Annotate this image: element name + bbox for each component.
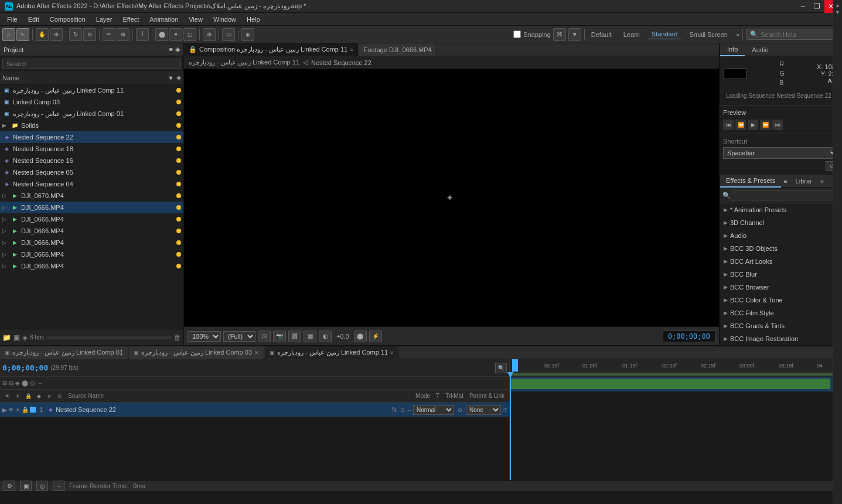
hand-tool[interactable]: ✋ (36, 28, 49, 41)
preview-play-button[interactable]: ▶ (748, 120, 758, 130)
checkerboard-icon[interactable]: ▦ (304, 331, 316, 342)
effects-category-animation-presets[interactable]: ▶ * Animation Presets (720, 203, 842, 216)
menu-composition[interactable]: Composition (45, 15, 90, 24)
project-item-nested18[interactable]: ◈ Nested Sequence 18 (0, 143, 183, 155)
status-btn3[interactable]: ◎ (36, 481, 48, 491)
mask-feather-tool[interactable]: ⊕ (117, 28, 129, 41)
work-area[interactable] (510, 373, 842, 376)
status-btn2[interactable]: ▣ (20, 481, 32, 491)
preview-first-button[interactable]: ⏮ (723, 120, 734, 130)
layer-expand-icon[interactable]: ▶ (2, 407, 7, 413)
timeline-tool2[interactable]: ⊟ (9, 380, 13, 386)
workspace-smallscreen[interactable]: Small Screen (686, 30, 731, 39)
status-btn4[interactable]: → (53, 481, 64, 491)
effects-category-bccblur[interactable]: ▶ BCC Blur (720, 268, 842, 281)
preview-next-button[interactable]: ⏩ (760, 120, 771, 130)
workspace-default[interactable]: Default (588, 30, 615, 39)
project-item-nested04[interactable]: ◈ Nested Sequence 04 (0, 178, 183, 190)
workspace-learn[interactable]: Learn (620, 30, 643, 39)
viewer-tab-close[interactable]: ≡ (350, 47, 353, 53)
effects-tab-menu[interactable]: ≡ (781, 178, 789, 185)
viewer-timecode[interactable]: 0;00;00;00 (663, 331, 715, 342)
status-btn1[interactable]: ⚙ (4, 481, 15, 491)
layer-motion-blur-icon[interactable]: ⊙ (400, 407, 405, 413)
breadcrumb-comp[interactable]: زمین عباس - رودبارچره Linked Comp 11 (189, 59, 299, 66)
project-filter-icon[interactable]: ▼ (168, 74, 174, 81)
timeline-search-btn[interactable]: 🔍 (495, 363, 507, 373)
snapshot-icon[interactable]: 📷 (273, 331, 286, 342)
home-tool[interactable]: ⌂ (2, 28, 15, 41)
project-item-comp01[interactable]: ▣ زمین عباس - رودبارچره Linked Comp 01 (0, 108, 183, 120)
delete-icon[interactable]: 🗑 (174, 333, 181, 342)
workspace-standard[interactable]: Standard (648, 29, 681, 39)
timeline-tool3[interactable]: ◈ (15, 380, 20, 386)
effects-category-bccart[interactable]: ▶ BCC Art Looks (720, 255, 842, 268)
menu-effect[interactable]: Effect (118, 15, 144, 24)
pen-tool[interactable]: ✏ (103, 28, 115, 41)
search-input[interactable] (761, 31, 836, 38)
timeline-tab-comp11[interactable]: ▣ زمین عباس - رودبارچره Linked Comp 11 ≡ (265, 346, 398, 359)
eraser-tool[interactable]: ◻ (183, 28, 196, 41)
effects-category-bcc3d[interactable]: ▶ BCC 3D Objects (720, 242, 842, 255)
timeline-zoom-out-icon[interactable]: ▼ (835, 9, 840, 15)
project-item-comp11[interactable]: ▣ زمین عباس - رودبارچره Linked Comp 11 (0, 84, 183, 96)
roto-brush-tool[interactable]: ⊕ (203, 28, 216, 41)
text-tool[interactable]: T (136, 28, 149, 41)
quality-dropdown[interactable]: (Full) (Half) (223, 331, 255, 342)
layer-name[interactable]: Nested Sequence 22 (56, 406, 388, 413)
layer-effects-icon[interactable]: fx (390, 407, 399, 413)
clone-stamp-tool[interactable]: ✦ (169, 28, 182, 41)
snapping-options[interactable]: ▼ (568, 28, 581, 41)
expand-icon[interactable]: ▶ (2, 122, 8, 128)
new-comp-icon[interactable]: ▣ (13, 333, 20, 342)
zoom-dropdown[interactable]: 100% 50% 200% (188, 331, 221, 342)
camera-behind-tool[interactable]: ⊖ (83, 28, 96, 41)
exposure-icon[interactable]: ◐ (319, 331, 332, 342)
footage-settings-icon[interactable]: ◈ (22, 333, 28, 342)
playhead-marker[interactable] (512, 359, 518, 372)
timeline-tool6[interactable]: → (37, 380, 43, 386)
project-item-dji666c[interactable]: ▷ ▶ DJI_0666.MP4 (0, 225, 183, 237)
timeline-tab-comp03[interactable]: ▣ زمین عباس - رودبارچره Linked Comp 03 ✕ (129, 346, 264, 359)
project-item-dji666f[interactable]: ▷ ▶ DJI_0666.MP4 (0, 260, 183, 272)
timeline-tab-close[interactable]: ✕ (254, 350, 259, 356)
project-item-dji666d[interactable]: ▷ ▶ DJI_0666.MP4 (0, 237, 183, 248)
fast-previews-icon[interactable]: ⚡ (369, 331, 382, 342)
layer-solo-icon[interactable]: ☀ (15, 407, 21, 413)
effects-search-input[interactable] (731, 190, 840, 200)
show-snapshot-icon[interactable]: 🖼 (288, 331, 301, 342)
timeline-tool5[interactable]: ◎ (30, 380, 35, 386)
project-item-dji666e[interactable]: ▷ ▶ DJI_0666.MP4 (0, 248, 183, 260)
effects-category-bccbrowser[interactable]: ▶ BCC Browser (720, 281, 842, 294)
timeline-tool1[interactable]: ⊞ (2, 380, 7, 386)
viewer-tab-comp11[interactable]: 🔒 Composition زمین عباس - رودبارچره Link… (184, 43, 358, 56)
project-search-input[interactable] (2, 59, 181, 69)
preview-prev-button[interactable]: ⏪ (735, 120, 746, 130)
effects-category-audio[interactable]: ▶ Audio (720, 229, 842, 242)
menu-help[interactable]: Help (242, 15, 265, 24)
snapping-checkbox[interactable] (513, 30, 521, 38)
project-item-dji666a[interactable]: ▷ ▶ DJI_0666.MP4 (0, 202, 183, 213)
layer-mode-dropdown[interactable]: Normal (413, 405, 454, 415)
track-bar-1[interactable] (510, 379, 830, 389)
timeline-zoom-in-icon[interactable]: ▲ (835, 2, 840, 8)
project-options-icon[interactable]: ◈ (175, 46, 180, 53)
layer-shy-icon[interactable]: → (406, 407, 412, 413)
layer-parent-dropdown[interactable]: None (466, 405, 501, 415)
timeline-timecode[interactable]: 0;00;00;00 (2, 363, 48, 372)
menu-view[interactable]: View (184, 15, 207, 24)
select-tool[interactable]: ↖ (16, 28, 29, 41)
project-item-nested05[interactable]: ◈ Nested Sequence 05 (0, 166, 183, 178)
project-item-dji670[interactable]: ▷ ▶ DJI_0670.MP4 (0, 190, 183, 202)
zoom-tool[interactable]: ⊕ (50, 28, 63, 41)
effects-tab-effects[interactable]: Effects & Presets (720, 175, 781, 188)
menu-edit[interactable]: Edit (23, 15, 44, 24)
effects-more[interactable]: » (818, 178, 826, 185)
layer-track-matte-icon[interactable]: ⊙ (455, 407, 465, 413)
info-tab-audio[interactable]: Audio (745, 43, 775, 56)
title-bar-controls[interactable]: – ❐ ✕ (796, 0, 837, 13)
puppet-tool[interactable]: ◈ (241, 28, 254, 41)
color-correction-icon[interactable]: ⬤ (354, 331, 367, 342)
layer-lock-icon[interactable]: 🔒 (22, 407, 29, 413)
rotate-tool[interactable]: ↻ (69, 28, 82, 41)
